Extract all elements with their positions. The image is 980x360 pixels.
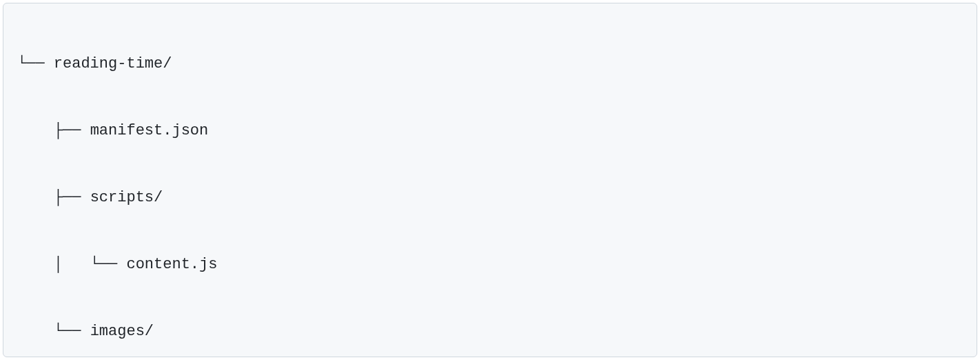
tree-prefix: │ └── (17, 256, 126, 273)
tree-line: ├── manifest.json (17, 114, 963, 148)
tree-item-name: manifest.json (90, 122, 209, 139)
tree-item-name: images/ (90, 323, 154, 340)
tree-line: │ └── content.js (17, 248, 963, 281)
tree-line-root: └── reading-time/ (17, 48, 963, 81)
tree-item-name: scripts/ (90, 189, 163, 206)
tree-item-name: reading-time/ (54, 55, 172, 72)
tree-line: ├── scripts/ (17, 181, 963, 214)
tree-prefix: └── (17, 323, 90, 340)
tree-prefix: ├── (17, 122, 90, 139)
tree-prefix: └── (17, 55, 54, 72)
file-tree: └── reading-time/ ├── manifest.json ├── … (17, 14, 963, 360)
tree-item-name: content.js (126, 256, 217, 273)
tree-line: └── images/ (17, 315, 963, 348)
tree-prefix: ├── (17, 189, 90, 206)
file-tree-container: └── reading-time/ ├── manifest.json ├── … (3, 3, 977, 357)
